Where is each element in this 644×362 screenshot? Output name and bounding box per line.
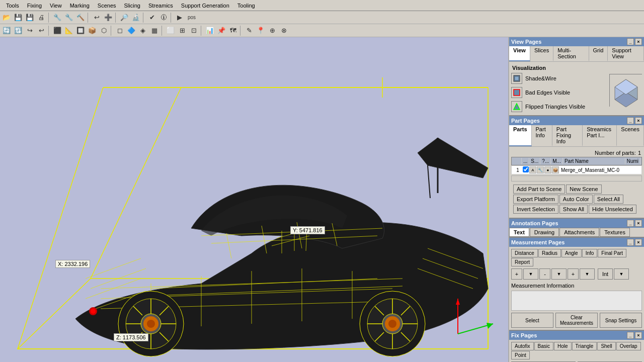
tb-play[interactable]: ▶ [174, 12, 185, 23]
tab-drawing[interactable]: Drawing [530, 228, 559, 237]
tb2-mark[interactable]: 📍 [255, 25, 266, 36]
menu-tools[interactable]: Tools [2, 2, 23, 10]
tab-overlap[interactable]: Overlap [616, 342, 641, 350]
tab-angle[interactable]: Angle [561, 249, 582, 257]
meas-btn-1[interactable]: + [511, 268, 522, 280]
select-all-btn[interactable]: Select All [594, 195, 623, 204]
tab-part-info[interactable]: Part Info [532, 125, 552, 146]
menu-fixing[interactable]: Fixing [23, 2, 46, 10]
view-pages-pin[interactable]: _ [627, 38, 634, 45]
part-visible-checkbox[interactable] [523, 166, 529, 172]
tab-multi-section[interactable]: Multi-Section [553, 46, 589, 61]
tab-hole[interactable]: Hole [554, 342, 572, 350]
fix-pages-close[interactable]: × [635, 332, 642, 339]
menu-support[interactable]: Support Generation [177, 2, 233, 10]
tab-basic[interactable]: Basic [534, 342, 553, 350]
table-row[interactable]: 1 A 🔧 ● 📦 Merge_of_Maserati_MC-0 [511, 165, 642, 174]
meas-pages-pin[interactable]: _ [627, 239, 634, 246]
export-platform-btn[interactable]: Export Platform [513, 195, 558, 204]
cube-preview[interactable] [609, 74, 642, 107]
menu-marking[interactable]: Marking [66, 2, 94, 10]
tb2-view1[interactable]: ⬛ [52, 25, 63, 36]
tab-report[interactable]: Report [511, 258, 533, 266]
menu-slicing[interactable]: Slicing [120, 2, 144, 10]
tb-save2[interactable]: 💾 [24, 12, 35, 23]
tab-text[interactable]: Text [509, 228, 529, 237]
tb2-remove[interactable]: ⊗ [278, 25, 289, 36]
tb-tools3[interactable]: 🔨 [75, 12, 86, 23]
viewport-3d[interactable]: X: 2332.196 Y: 5471.816 Z: 1173.506 [0, 37, 508, 362]
select-btn[interactable]: Select [511, 313, 553, 328]
tab-radius[interactable]: Radius [538, 249, 561, 257]
tb2-view5[interactable]: ⬡ [98, 25, 109, 36]
meas-btn-2[interactable]: - [539, 268, 550, 280]
meas-btn-3[interactable]: + [568, 268, 579, 280]
menu-streamics[interactable]: Streamics [144, 2, 177, 10]
tb2-pin[interactable]: 📌 [216, 25, 227, 36]
tab-info[interactable]: Info [582, 249, 598, 257]
tab-scenes[interactable]: Scenes [617, 125, 644, 146]
tab-final-part[interactable]: Final Part [598, 249, 626, 257]
tab-distance[interactable]: Distance [511, 249, 538, 257]
tab-streamics[interactable]: Streamics Part I... [583, 125, 617, 146]
hide-unselected-btn[interactable]: Hide Unselected [589, 205, 636, 214]
tb2-select4[interactable]: ▦ [149, 25, 160, 36]
horizontal-scrollbar[interactable] [511, 175, 642, 182]
tb2-redo[interactable]: ↪ [24, 25, 35, 36]
tb2-select2[interactable]: 🔷 [126, 25, 137, 36]
invert-selection-btn[interactable]: Invert Selection [513, 205, 558, 214]
meas-pages-close[interactable]: × [635, 239, 642, 246]
menu-scenes[interactable]: Scenes [94, 2, 120, 10]
tb2-view3[interactable]: 🔲 [75, 25, 86, 36]
tb2-add[interactable]: ⊕ [267, 25, 278, 36]
meas-dropdown-1[interactable]: ▼ [523, 268, 538, 280]
fix-pages-pin[interactable]: _ [627, 332, 634, 339]
tb-search1[interactable]: 🔎 [119, 12, 130, 23]
tb2-view4[interactable]: 📦 [87, 25, 98, 36]
tb-tools2[interactable]: 🔧 [63, 12, 74, 23]
tab-view[interactable]: View [509, 46, 530, 61]
tab-autofix[interactable]: Autofix [511, 342, 534, 350]
view-pages-close[interactable]: × [635, 38, 642, 45]
tab-triangle[interactable]: Triangle [572, 342, 597, 350]
snap-settings-btn[interactable]: Snap Settings [600, 313, 642, 328]
tb2-view2[interactable]: 📐 [63, 25, 74, 36]
tb-open[interactable]: 📂 [1, 12, 12, 23]
show-all-btn[interactable]: Show All [559, 205, 588, 214]
menu-view[interactable]: View [46, 2, 66, 10]
tb2-chart[interactable]: 📊 [204, 25, 215, 36]
meas-dropdown-3[interactable]: ▼ [580, 268, 595, 280]
ann-pages-close[interactable]: × [635, 220, 642, 227]
new-scene-btn[interactable]: New Scene [566, 185, 601, 194]
tab-slices[interactable]: Slices [530, 46, 553, 61]
tab-parts[interactable]: Parts [509, 125, 532, 146]
tab-attachments[interactable]: Attachments [559, 228, 599, 237]
tab-textures[interactable]: Textures [600, 228, 630, 237]
meas-extra-btn[interactable]: Int [598, 268, 613, 280]
tab-grid[interactable]: Grid [589, 46, 608, 61]
tb2-select3[interactable]: ◈ [137, 25, 148, 36]
tab-fixing-info[interactable]: Part Fixing Info [552, 125, 583, 146]
ann-pages-pin[interactable]: _ [627, 220, 634, 227]
part-pages-close[interactable]: × [635, 117, 642, 124]
tab-support-view[interactable]: Support View [608, 46, 644, 61]
clear-measurements-btn[interactable]: Clear Measurements [555, 313, 598, 328]
meas-dropdown-2[interactable]: ▼ [551, 268, 567, 280]
tb2-undo2[interactable]: ↩ [36, 25, 47, 36]
tb2-draw[interactable]: ✎ [244, 25, 255, 36]
tb2-rotate2[interactable]: 🔃 [13, 25, 24, 36]
tab-point[interactable]: Point [511, 351, 530, 359]
tb-cursor[interactable]: ➕ [103, 12, 114, 23]
tb2-select1[interactable]: ◻ [114, 25, 125, 36]
part-pages-pin[interactable]: _ [627, 117, 634, 124]
tb-undo[interactable]: ↩ [91, 12, 102, 23]
tb2-mesh1[interactable]: ⬜ [165, 25, 176, 36]
tb-save[interactable]: 💾 [13, 12, 24, 23]
tb2-mesh3[interactable]: ⊡ [188, 25, 199, 36]
tab-shell[interactable]: Shell [597, 342, 615, 350]
auto-color-btn[interactable]: Auto Color [559, 195, 593, 204]
meas-extra-drop[interactable]: ▼ [614, 268, 629, 280]
tb-print[interactable]: 🖨 [36, 12, 47, 23]
tb2-map[interactable]: 🗺 [227, 25, 238, 36]
tb-check[interactable]: ✔ [146, 12, 157, 23]
